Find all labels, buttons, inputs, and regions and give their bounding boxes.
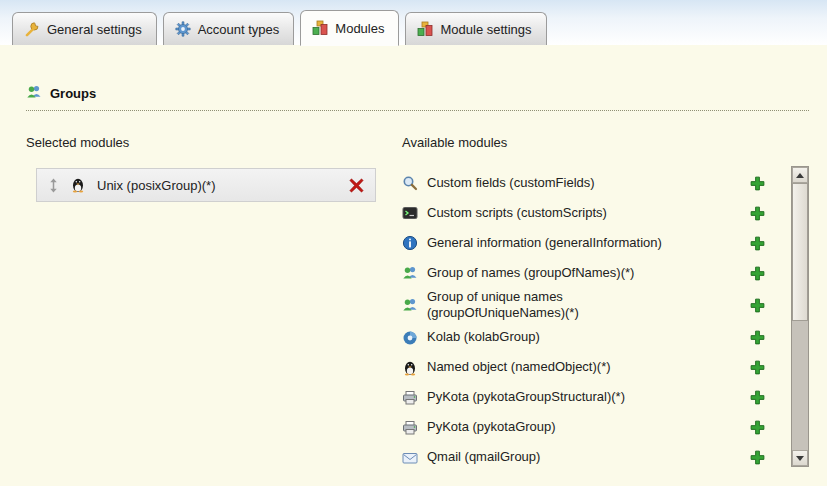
sort-handle-icon[interactable] xyxy=(48,178,59,193)
scroll-up-button[interactable] xyxy=(792,167,808,183)
lam-configuration-page: General settings Account types xyxy=(0,0,827,486)
available-module-row: Custom fields (customFields) xyxy=(402,168,765,198)
available-module-row: General information (generalInformation) xyxy=(402,228,765,258)
tab-label: Account types xyxy=(198,22,280,37)
add-icon xyxy=(750,298,765,313)
modules-icon xyxy=(312,20,328,36)
arrow-down-icon xyxy=(796,456,804,461)
available-module-label: PyKota (pykotaGroup) xyxy=(427,419,699,435)
mail-icon xyxy=(402,450,418,466)
scrollbar[interactable] xyxy=(791,166,809,467)
terminal-icon xyxy=(402,205,418,221)
available-module-label: Custom scripts (customScripts) xyxy=(427,205,699,221)
available-module-label: Qmail (qmailGroup) xyxy=(427,449,699,465)
add-icon xyxy=(750,360,765,375)
available-module-row: Qmail (qmailGroup) xyxy=(402,443,765,473)
scroll-down-button[interactable] xyxy=(792,450,808,466)
printer-icon xyxy=(402,390,418,406)
available-modules-column: Available modules Custom fields (customF… xyxy=(402,135,809,473)
available-modules-list: Custom fields (customFields) xyxy=(402,168,765,473)
add-icon xyxy=(750,176,765,191)
arrow-up-icon xyxy=(796,173,804,178)
add-icon xyxy=(750,266,765,281)
add-icon xyxy=(750,420,765,435)
delete-icon xyxy=(349,178,364,193)
remove-module-button[interactable] xyxy=(349,178,364,193)
tux-icon xyxy=(402,360,418,376)
modules-columns: Selected modules xyxy=(26,135,809,473)
selected-modules-heading: Selected modules xyxy=(26,135,402,150)
tux-icon xyxy=(70,177,86,193)
available-module-row: PyKota (pykotaGroupStructural)(*) xyxy=(402,383,765,413)
info-icon xyxy=(402,235,418,251)
available-module-row: Group of unique names (groupOfUniqueName… xyxy=(402,288,765,323)
add-icon xyxy=(750,450,765,465)
available-modules-heading: Available modules xyxy=(402,135,765,150)
modules-tab-content: Groups Selected modules xyxy=(0,43,827,486)
selected-module-label: Unix (posixGroup)(*) xyxy=(97,178,338,193)
page-title: Groups xyxy=(50,86,96,101)
tab-account-types[interactable]: Account types xyxy=(163,12,295,45)
add-module-button[interactable] xyxy=(750,420,765,435)
add-module-button[interactable] xyxy=(750,298,765,313)
tools-icon xyxy=(24,21,40,37)
tab-bar: General settings Account types xyxy=(0,0,827,45)
available-module-row: Custom scripts (customScripts) xyxy=(402,198,765,228)
gear-icon xyxy=(175,21,191,37)
available-module-label: PyKota (pykotaGroupStructural)(*) xyxy=(427,389,699,405)
group-icon xyxy=(26,84,42,103)
add-module-button[interactable] xyxy=(750,360,765,375)
add-module-button[interactable] xyxy=(750,390,765,405)
available-module-label: Group of unique names (groupOfUniqueName… xyxy=(427,289,699,322)
tab-module-settings[interactable]: Module settings xyxy=(405,12,546,45)
add-icon xyxy=(750,390,765,405)
kolab-icon xyxy=(402,330,418,346)
available-module-row: Kolab (kolabGroup) xyxy=(402,323,765,353)
available-module-label: Kolab (kolabGroup) xyxy=(427,329,699,345)
selected-modules-column: Selected modules xyxy=(26,135,402,473)
add-module-button[interactable] xyxy=(750,176,765,191)
add-module-button[interactable] xyxy=(750,206,765,221)
tab-label: General settings xyxy=(47,22,142,37)
add-module-button[interactable] xyxy=(750,236,765,251)
tab-label: Module settings xyxy=(440,22,531,37)
tab-label: Modules xyxy=(335,21,384,36)
group-icon xyxy=(402,297,418,313)
scrollbar-thumb[interactable] xyxy=(792,183,808,321)
groups-section-title: Groups xyxy=(26,84,809,111)
available-module-label: General information (generalInformation) xyxy=(427,235,699,251)
tab-modules[interactable]: Modules xyxy=(300,10,399,46)
group-icon xyxy=(402,265,418,281)
available-module-label: Group of names (groupOfNames)(*) xyxy=(427,265,699,281)
available-module-row: Named object (namedObject)(*) xyxy=(402,353,765,383)
add-icon xyxy=(750,330,765,345)
add-module-button[interactable] xyxy=(750,330,765,345)
add-icon xyxy=(750,206,765,221)
printer-icon xyxy=(402,420,418,436)
available-module-label: Named object (namedObject)(*) xyxy=(427,359,699,375)
available-module-row: Group of names (groupOfNames)(*) xyxy=(402,258,765,288)
module-settings-icon xyxy=(417,21,433,37)
magnifier-icon xyxy=(402,175,418,191)
add-module-button[interactable] xyxy=(750,450,765,465)
available-module-label: Custom fields (customFields) xyxy=(427,175,699,191)
tab-general-settings[interactable]: General settings xyxy=(12,12,157,45)
add-icon xyxy=(750,236,765,251)
available-module-row: PyKota (pykotaGroup) xyxy=(402,413,765,443)
scrollbar-track[interactable] xyxy=(792,183,808,450)
add-module-button[interactable] xyxy=(750,266,765,281)
selected-module-row: Unix (posixGroup)(*) xyxy=(36,168,376,202)
